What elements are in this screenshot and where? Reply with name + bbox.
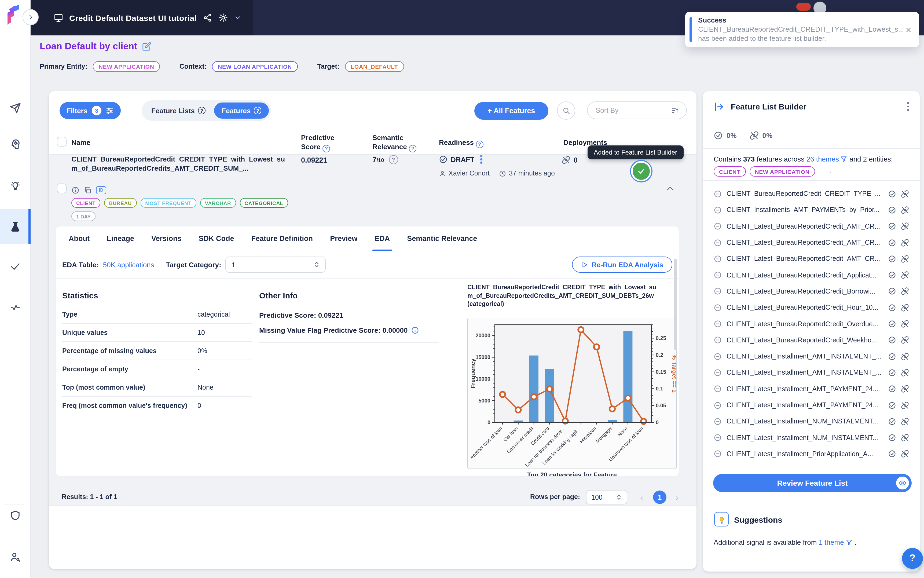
sidebar-item-approvals[interactable] <box>0 248 31 284</box>
detail-tab[interactable]: SDK Code <box>190 226 243 251</box>
page-prev-button[interactable]: ‹ <box>640 489 643 506</box>
feature-list-item[interactable]: CLIENT_Latest_Installment_AMT_PAYMENT_24… <box>703 381 920 397</box>
segment-option[interactable]: Features ? <box>214 102 269 119</box>
eda-table-link[interactable]: 50K applications <box>103 261 154 269</box>
link-off-icon[interactable] <box>901 336 909 344</box>
link-off-icon[interactable] <box>901 255 909 263</box>
help-icon[interactable]: ? <box>476 140 483 148</box>
check-circle-icon[interactable] <box>888 255 896 263</box>
sort-icon[interactable] <box>671 106 679 115</box>
check-circle-icon[interactable] <box>888 271 896 279</box>
review-feature-list-button[interactable]: Review Feature List <box>713 474 912 492</box>
context-chip[interactable]: NEW LOAN APPLICATION <box>212 61 298 72</box>
entity-chip[interactable]: CLIENT <box>714 166 746 177</box>
sidebar-item-activity[interactable] <box>0 290 31 325</box>
help-icon[interactable]: ? <box>409 144 417 152</box>
link-off-icon[interactable] <box>901 271 909 279</box>
column-header-name[interactable]: Name <box>71 138 91 147</box>
remove-icon[interactable] <box>714 417 722 425</box>
link-off-icon[interactable] <box>901 287 909 295</box>
scrollbar-thumb[interactable] <box>674 259 677 350</box>
theme-link[interactable]: 1 theme <box>819 538 844 546</box>
added-to-builder-button[interactable] <box>631 161 652 182</box>
info-icon[interactable] <box>71 186 79 194</box>
check-circle-icon[interactable] <box>888 417 896 425</box>
feature-list-item[interactable]: CLIENT_Latest_BureauReportedCredit_AMT_C… <box>703 218 920 235</box>
primary-entity-chip[interactable]: NEW APPLICATION <box>93 61 160 72</box>
feature-list-item[interactable]: CLIENT_Latest_Installment_PriorApplicati… <box>703 446 920 462</box>
check-circle-icon[interactable] <box>888 287 896 295</box>
detail-tab[interactable]: EDA <box>366 226 399 251</box>
notification-badge[interactable] <box>796 3 811 11</box>
collapse-row-icon[interactable] <box>666 186 674 191</box>
link-off-icon[interactable] <box>901 206 909 214</box>
check-circle-icon[interactable] <box>888 450 896 458</box>
remove-icon[interactable] <box>714 401 722 409</box>
help-icon[interactable]: ? <box>323 144 330 152</box>
link-off-icon[interactable] <box>901 417 909 425</box>
help-fab[interactable]: ? <box>902 548 923 569</box>
sidebar-item-experiment[interactable] <box>0 209 31 244</box>
close-icon[interactable]: ✕ <box>906 26 912 34</box>
detail-tab[interactable]: Semantic Relevance <box>399 226 486 251</box>
target-chip[interactable]: LOAN_DEFAULT <box>345 61 404 72</box>
funnel-icon[interactable] <box>841 156 848 162</box>
check-circle-icon[interactable] <box>888 385 896 393</box>
link-off-icon[interactable] <box>901 190 909 198</box>
feature-list-item[interactable]: CLIENT_Latest_BureauReportedCredit_Hour_… <box>703 299 920 316</box>
check-circle-icon[interactable] <box>888 352 896 360</box>
link-off-icon[interactable] <box>901 352 909 360</box>
rerun-eda-button[interactable]: Re-Run EDA Analysis <box>572 257 672 273</box>
sidebar-item-modeling[interactable] <box>0 126 31 162</box>
feature-list-item[interactable]: CLIENT_Latest_Installment_AMT_INSTALMENT… <box>703 348 920 365</box>
remove-icon[interactable] <box>714 336 722 344</box>
chevron-down-icon[interactable] <box>234 14 241 21</box>
detail-tab[interactable]: Preview <box>321 226 366 251</box>
link-off-icon[interactable] <box>901 222 909 230</box>
remove-icon[interactable] <box>714 255 722 263</box>
remove-icon[interactable] <box>714 287 722 295</box>
column-header-readiness[interactable]: Readiness? <box>439 138 483 148</box>
feature-list-item[interactable]: CLIENT_Latest_Installment_NUM_INSTALMENT… <box>703 413 920 430</box>
feature-list-item[interactable]: CLIENT_Installments_AMT_PAYMENTs_by_Prio… <box>703 202 920 218</box>
themes-link[interactable]: 26 themes <box>806 155 839 163</box>
sort-by-input[interactable] <box>595 106 666 115</box>
row-menu-icon[interactable] <box>480 155 482 164</box>
sidebar-item-ideas[interactable] <box>0 167 31 203</box>
feature-list-item[interactable]: CLIENT_Latest_BureauReportedCredit_Weekh… <box>703 332 920 348</box>
target-category-select[interactable]: 1 <box>225 257 326 273</box>
feature-tag[interactable]: VARCHAR <box>200 198 236 208</box>
remove-icon[interactable] <box>714 222 722 230</box>
link-off-icon[interactable] <box>901 320 909 328</box>
link-off-icon[interactable] <box>901 304 909 312</box>
id-icon[interactable]: ID <box>96 186 106 194</box>
all-features-button[interactable]: + All Features <box>474 102 548 120</box>
check-circle-icon[interactable] <box>888 222 896 230</box>
check-circle-icon[interactable] <box>888 401 896 409</box>
feature-list-item[interactable]: CLIENT_Latest_Installment_NUM_INSTALMENT… <box>703 430 920 446</box>
page-next-button[interactable]: › <box>676 489 678 506</box>
feature-tag[interactable]: CLIENT <box>71 198 101 208</box>
entity-chip[interactable]: NEW APPLICATION <box>749 166 815 177</box>
window-tag[interactable]: 1 DAY <box>71 211 96 221</box>
search-button[interactable] <box>557 101 575 120</box>
remove-icon[interactable] <box>714 190 722 198</box>
feature-list-item[interactable]: CLIENT_BureauReportedCredit_CREDIT_TYPE_… <box>703 186 920 202</box>
check-circle-icon[interactable] <box>888 190 896 198</box>
check-circle-icon[interactable] <box>888 239 896 247</box>
remove-icon[interactable] <box>714 271 722 279</box>
remove-icon[interactable] <box>714 304 722 312</box>
segment-option[interactable]: Feature Lists ? <box>144 102 213 119</box>
link-off-icon[interactable] <box>901 401 909 409</box>
feature-list-item[interactable]: CLIENT_Latest_Installment_AMT_PAYMENT_24… <box>703 397 920 414</box>
info-icon[interactable] <box>411 326 419 334</box>
share-icon[interactable] <box>203 13 212 23</box>
feature-name[interactable]: CLIENT_BureauReportedCredit_CREDIT_TYPE_… <box>71 154 286 173</box>
sidebar-collapse-button[interactable] <box>23 9 39 25</box>
edit-title-icon[interactable] <box>142 42 151 51</box>
column-header-semantic-relevance[interactable]: Semantic Relevance? <box>373 133 417 152</box>
feature-list-item[interactable]: CLIENT_Latest_BureauReportedCredit_Appli… <box>703 267 920 283</box>
check-circle-icon[interactable] <box>888 336 896 344</box>
check-circle-icon[interactable] <box>888 320 896 328</box>
detail-tab[interactable]: About <box>60 226 98 251</box>
